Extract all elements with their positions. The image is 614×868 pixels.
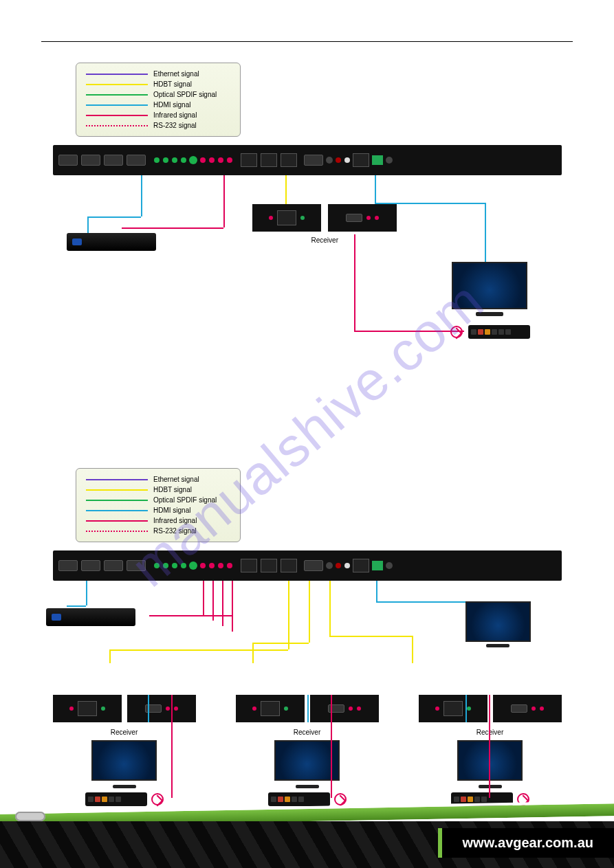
receiver-label-3: Receiver xyxy=(476,728,503,736)
bluray-player-2 xyxy=(46,608,135,626)
signal-legend: Ethernet signal HDBT signal Optical SPDI… xyxy=(76,63,241,137)
connection-diagram-2: Receiver Receiver xyxy=(53,550,562,825)
bluray-player xyxy=(67,233,156,251)
legend-rs232-2: RS-232 signal xyxy=(153,526,197,536)
header-rule xyxy=(41,41,573,42)
legend-ethernet-2: Ethernet signal xyxy=(153,474,199,485)
display-tv xyxy=(452,262,527,319)
legend-rs232: RS-232 signal xyxy=(153,120,197,131)
display-tv-3 xyxy=(457,740,523,781)
signal-legend-2: Ethernet signal HDBT signal Optical SPDI… xyxy=(76,468,241,542)
remote-1 xyxy=(85,792,147,806)
legend-hdbt-2: HDBT signal xyxy=(153,485,192,495)
receiver-label-2: Receiver xyxy=(294,728,320,736)
receiver-box-hdmi xyxy=(328,204,397,232)
display-tv-1 xyxy=(91,740,157,781)
plug-icon xyxy=(15,812,45,821)
remote-control xyxy=(468,325,530,339)
receiver-label-1: Receiver xyxy=(111,728,138,736)
receiver-label: Receiver xyxy=(311,236,338,244)
legend-hdbt: HDBT signal xyxy=(153,79,192,89)
matrix-switcher-2 xyxy=(53,550,562,581)
legend-ir-2: Infrared signal xyxy=(153,515,197,526)
connection-diagram-1: Receiver xyxy=(53,145,562,365)
receiver-column-1: Receiver xyxy=(53,695,196,806)
legend-hdmi: HDMI signal xyxy=(153,100,190,110)
ir-emitter-icon-2 xyxy=(334,793,347,805)
ir-emitter-icon-1 xyxy=(151,793,164,805)
receiver-box-tp xyxy=(252,204,321,232)
receiver-column-3: Receiver xyxy=(419,695,562,806)
legend-ethernet: Ethernet signal xyxy=(153,69,199,79)
legend-ir: Infrared signal xyxy=(153,110,197,120)
ir-emitter-icon xyxy=(450,326,463,338)
legend-spdif-2: Optical SPDIF signal xyxy=(153,495,217,505)
footer-url: www.avgear.com.au xyxy=(438,828,614,858)
remote-2 xyxy=(268,792,330,806)
display-tv-local xyxy=(465,601,531,649)
legend-hdmi-2: HDMI signal xyxy=(153,505,190,515)
matrix-switcher xyxy=(53,145,562,175)
page-footer: www.avgear.com.au xyxy=(0,806,614,868)
legend-spdif: Optical SPDIF signal xyxy=(153,89,217,100)
